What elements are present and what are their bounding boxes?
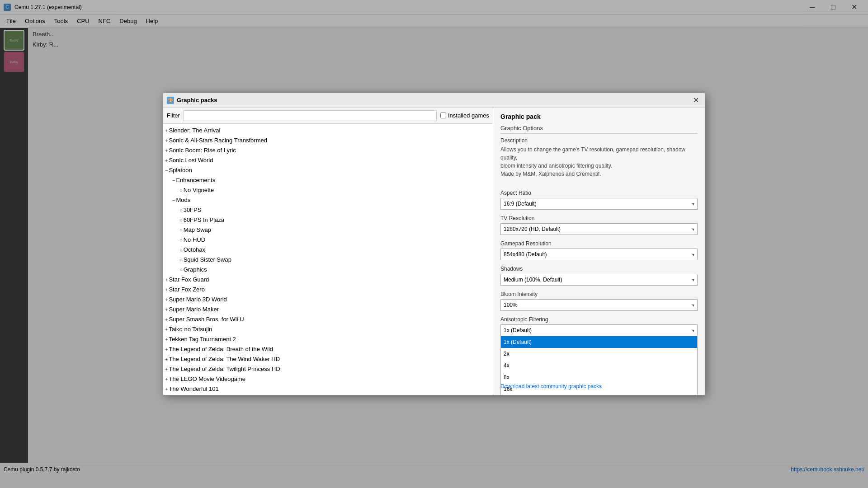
tree-toggle: + [165, 305, 168, 314]
shadows-label: Shadows [500, 266, 698, 272]
game-list-item[interactable]: + The Legend of Zelda: Twilight Princess… [163, 364, 493, 374]
aspect-ratio-label: Aspect Ratio [500, 190, 698, 196]
tree-label: No Vignette [184, 186, 214, 195]
tree-toggle: + [165, 365, 168, 374]
tree-toggle: − [172, 196, 175, 205]
game-list-item[interactable]: + Tokyo Mirage Sessions FE [163, 394, 493, 395]
game-list-item[interactable]: + Slender: The Arrival [163, 126, 493, 136]
installed-games-check: Installed games [440, 112, 489, 119]
gamepad-resolution-label: Gamepad Resolution [500, 240, 698, 247]
game-list-item[interactable]: − Enhancements [163, 175, 493, 185]
tree-toggle: + [165, 295, 168, 304]
modal-overlay: 🎨 Graphic packs ✕ Filter Installed games [0, 0, 868, 488]
game-list-item[interactable]: + Star Fox Zero [163, 285, 493, 295]
shadows-arrow: ▾ [692, 277, 694, 282]
game-list-item[interactable]: + Tekken Tag Tournament 2 [163, 334, 493, 344]
tree-toggle: ○ [179, 216, 183, 225]
game-list-item[interactable]: − Splatoon [163, 165, 493, 175]
filter-input[interactable] [184, 110, 437, 121]
game-list-item[interactable]: + Sonic Lost World [163, 155, 493, 165]
dialog-close-button[interactable]: ✕ [690, 95, 701, 106]
tree-label: Octohax [184, 245, 205, 254]
filter-label: Filter [167, 112, 180, 119]
tree-toggle: ○ [179, 255, 183, 264]
tree-label: The LEGO Movie Videogame [169, 375, 245, 384]
tree-label: Tekken Tag Tournament 2 [169, 335, 236, 344]
tree-label: Super Mario 3D World [169, 295, 226, 304]
gamepad-resolution-value: 854x480 (Default) [504, 251, 547, 258]
shadows-value: Medium (100%, Default) [504, 277, 562, 283]
game-list-item[interactable]: + The LEGO Movie Videogame [163, 374, 493, 384]
tree-toggle: ○ [179, 245, 183, 254]
game-list-item[interactable]: + Super Mario Maker [163, 305, 493, 314]
game-list-item[interactable]: + The Wonderful 101 [163, 384, 493, 394]
game-list-item[interactable]: ○ Squid Sister Swap [163, 255, 493, 265]
shadows-dropdown[interactable]: Medium (100%, Default) ▾ [500, 274, 698, 286]
bloom-intensity-dropdown[interactable]: 100% ▾ [500, 299, 698, 311]
dialog-icon: 🎨 [167, 97, 174, 104]
anisotropic-option-2x[interactable]: 2x [501, 348, 697, 360]
tree-toggle: − [172, 176, 175, 185]
tree-label: The Legend of Zelda: The Wind Waker HD [169, 355, 280, 364]
tree-toggle: + [165, 355, 168, 364]
game-list-item[interactable]: ○ Map Swap [163, 225, 493, 235]
tree-label: Taiko no Tatsujin [169, 325, 212, 334]
download-link[interactable]: Download latest community graphic packs [500, 383, 602, 389]
game-list-item[interactable]: + The Legend of Zelda: The Wind Waker HD [163, 354, 493, 364]
bloom-intensity-group: Bloom Intensity 100% ▾ [500, 291, 698, 311]
game-list-item[interactable]: + Sonic & All-Stars Racing Transformed [163, 136, 493, 145]
anisotropic-option-8x[interactable]: 8x [501, 371, 697, 383]
graphic-packs-dialog: 🎨 Graphic packs ✕ Filter Installed games [163, 93, 705, 395]
tree-toggle: + [165, 375, 168, 384]
installed-games-label: Installed games [448, 112, 489, 119]
gamepad-resolution-group: Gamepad Resolution 854x480 (Default) ▾ [500, 240, 698, 260]
game-list-item[interactable]: + Sonic Boom: Rise of Lyric [163, 145, 493, 155]
game-list-item[interactable]: ○ 60FPS In Plaza [163, 215, 493, 225]
game-list-item[interactable]: ○ Octohax [163, 245, 493, 255]
game-list-item[interactable]: ○ 30FPS [163, 205, 493, 215]
tree-toggle: + [165, 126, 168, 135]
description-label: Description [500, 137, 698, 144]
tree-toggle: + [165, 315, 168, 324]
tree-toggle: ○ [179, 265, 183, 274]
tv-resolution-arrow: ▾ [692, 227, 694, 232]
anisotropic-option-1x[interactable]: 1x (Default) [501, 336, 697, 348]
tree-label: Enhancements [176, 176, 215, 185]
tv-resolution-dropdown[interactable]: 1280x720 (HD, Default) ▾ [500, 223, 698, 235]
game-list-item[interactable]: ○ No HUD [163, 235, 493, 245]
game-list-item[interactable]: ○ Graphics [163, 265, 493, 275]
tv-resolution-group: TV Resolution 1280x720 (HD, Default) ▾ [500, 215, 698, 235]
game-list[interactable]: + Slender: The Arrival+ Sonic & All-Star… [163, 124, 493, 395]
bloom-intensity-value: 100% [504, 302, 518, 308]
gamepad-resolution-dropdown[interactable]: 854x480 (Default) ▾ [500, 249, 698, 260]
game-list-item[interactable]: + Star Fox Guard [163, 275, 493, 285]
gamepad-resolution-arrow: ▾ [692, 252, 694, 257]
tree-label: Super Mario Maker [169, 305, 219, 314]
game-list-item[interactable]: ○ No Vignette [163, 185, 493, 195]
graphic-options-subtitle: Graphic Options [500, 125, 698, 134]
game-list-item[interactable]: − Mods [163, 195, 493, 205]
tree-label: Mods [176, 196, 190, 205]
aspect-ratio-dropdown[interactable]: 16:9 (Default) ▾ [500, 198, 698, 210]
dialog-title-bar: 🎨 Graphic packs ✕ [163, 93, 705, 108]
aspect-ratio-arrow: ▾ [692, 202, 694, 206]
tree-label: Map Swap [184, 225, 211, 235]
filter-bar: Filter Installed games [163, 108, 493, 124]
tree-toggle: + [165, 325, 168, 334]
tree-label: Sonic & All-Stars Racing Transformed [169, 136, 267, 145]
tree-toggle: + [165, 385, 168, 394]
game-list-item[interactable]: + Taiko no Tatsujin [163, 324, 493, 334]
tree-label: No HUD [184, 235, 205, 244]
dialog-left-panel: Filter Installed games + Slender: The Ar… [163, 108, 493, 395]
tv-resolution-label: TV Resolution [500, 215, 698, 221]
description-text: Allows you to change the game's TV resol… [500, 145, 698, 178]
installed-games-checkbox[interactable] [440, 113, 446, 118]
anisotropic-option-4x[interactable]: 4x [501, 360, 697, 371]
tree-toggle: + [165, 146, 168, 155]
game-list-item[interactable]: + The Legend of Zelda: Breath of the Wil… [163, 344, 493, 354]
tree-toggle: + [165, 275, 168, 284]
game-list-item[interactable]: + Super Mario 3D World [163, 295, 493, 305]
anisotropic-filtering-dropdown[interactable]: 1x (Default) ▾ [500, 324, 698, 336]
dialog-title: Graphic packs [177, 97, 690, 103]
game-list-item[interactable]: + Super Smash Bros. for Wii U [163, 314, 493, 324]
